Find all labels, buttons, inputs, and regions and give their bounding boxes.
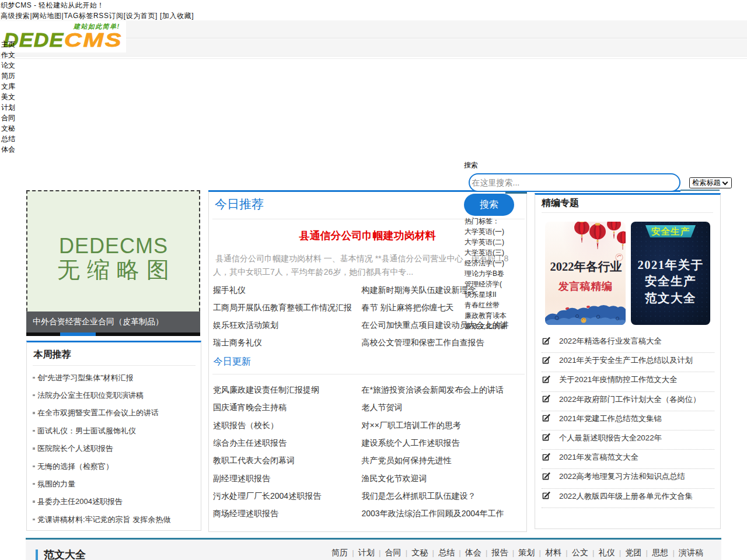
svg-text:2022年各行业: 2022年各行业 (550, 260, 622, 273)
svg-text:范文大全: 范文大全 (644, 292, 696, 304)
svg-text:发言稿精编: 发言稿精编 (557, 281, 612, 292)
svg-text:安全生产: 安全生产 (651, 226, 690, 236)
svg-text:安全生产: 安全生产 (645, 274, 696, 288)
svg-text:2021年关于: 2021年关于 (637, 258, 703, 271)
